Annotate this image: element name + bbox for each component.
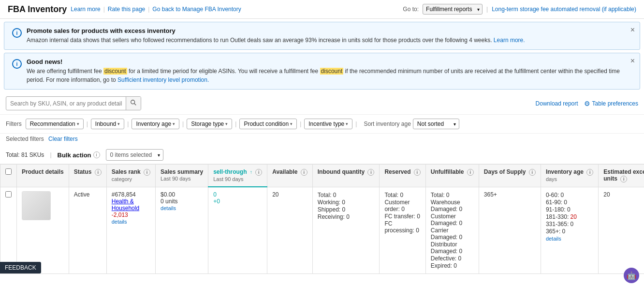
learn-more-link[interactable]: Learn more [71,6,100,13]
svg-point-0 [131,100,135,104]
inventory-table: Product details Status i Sales rank i ca… [0,164,644,274]
search-wrapper [6,96,141,110]
search-input[interactable] [6,98,126,109]
feedback-tab[interactable]: FEEDBACK [0,262,41,273]
sales-units: 0 units [161,198,203,205]
available-info-icon[interactable]: i [301,169,307,176]
feedback-label: FEEDBACK [5,264,36,271]
inbound-info-icon[interactable]: i [367,169,374,176]
filter-storage-type[interactable]: Storage type ▾ [187,119,232,129]
sales-rank-change: -2,013 [112,212,150,218]
chevron-down-icon: ▾ [346,121,348,126]
goto-select[interactable]: Fulfillment reports [423,4,483,15]
select-all-checkbox[interactable] [5,168,12,175]
alert-2-close-button[interactable]: × [630,57,635,65]
download-report-link[interactable]: Download report [536,100,578,107]
items-select-wrapper: 0 items selected [106,149,163,161]
sell-through-info-icon[interactable]: i [255,169,262,176]
age-0-60: 0-60: 0 [546,192,593,198]
th-product-details: Product details [17,165,69,187]
sort-arrow-icon: ↑ [250,169,252,175]
top-bar-links: Learn more | Rate this page | Go back to… [71,6,241,13]
filter-inbound[interactable]: Inbound ▾ [91,119,124,129]
reserved-cell: Total: 0 Customer order: 0 FC transfer: … [380,187,425,273]
bulk-action-info-icon[interactable]: i [93,152,100,158]
estimated-excess-value: 20 [603,191,610,198]
app-title: FBA Inventory [8,4,67,15]
alert-1-content: Promote sales for products with excess i… [27,27,525,45]
sales-rank-details-link[interactable]: details [112,219,127,225]
sell-through-change: +0 [213,198,262,205]
unfulfillable-info-icon[interactable]: i [467,169,474,176]
filter-recommendation-label: Recommendation [30,121,75,127]
search-bar-row: Download report ⚙ Table preferences [0,92,644,115]
days-supply-info-icon[interactable]: i [529,169,536,176]
svg-line-1 [134,104,136,106]
go-back-link[interactable]: Go back to Manage FBA Inventory [152,6,241,13]
row-checkbox-cell [0,187,17,273]
filter-incentive-type-label: Incentive type [308,121,344,127]
clear-filters-link[interactable]: Clear filters [48,136,78,142]
alert-1-close-button[interactable]: × [630,26,635,34]
alert-2-text: We are offering fulfillment fee discount… [27,67,632,84]
sort-inventory-age-label: Sort inventory age [364,121,410,127]
chevron-down-icon: ▾ [173,121,175,126]
filter-inventory-age[interactable]: Inventory age ▾ [132,119,179,129]
th-unfulfillable: Unfulfillable i [425,165,479,187]
status-info-icon[interactable]: i [95,169,102,176]
th-checkbox [0,165,17,187]
alert-1-title: Promote sales for products with excess i… [27,27,525,34]
alert-1-text: Amazon internal data shows that sellers … [27,36,525,45]
th-inbound-quantity: Inbound quantity i [312,165,380,187]
sales-rank-number: #678,854 [112,191,150,198]
rate-page-link[interactable]: Rate this page [108,6,145,13]
longterm-storage-link[interactable]: Long-term storage fee automated removal … [492,6,636,13]
gear-icon: ⚙ [584,100,590,107]
search-bar-right: Download report ⚙ Table preferences [536,100,638,107]
alert-2-title: Good news! [27,58,632,65]
filter-recommendation[interactable]: Recommendation ▾ [26,119,84,129]
chevron-down-icon: ▾ [77,121,79,126]
alert-2-link[interactable]: Sufficient inventory level promotion. [117,76,209,83]
top-bar-right: Go to: Fulfillment reports | Long-term s… [403,4,636,15]
unfulfillable-customer-damaged: Customer Damaged: 0 [431,213,474,227]
filter-inventory-age-label: Inventory age [136,121,171,127]
sales-amount: $0.00 [161,191,203,198]
sales-summary-details-link[interactable]: details [161,205,176,211]
search-button[interactable] [126,97,141,110]
sales-rank-category: Health & Household [112,198,150,212]
sales-rank-info-icon[interactable]: i [144,169,150,176]
days-of-supply-value: 365+ [484,191,497,198]
reserved-info-icon[interactable]: i [414,169,421,176]
estimated-excess-info-icon[interactable]: i [620,176,627,182]
th-sell-through: sell-through ↑ i Last 90 days [208,165,267,187]
table-row: Active #678,854 Health & Household -2,01… [0,187,644,273]
reserved-fc-processing: FC processing: 0 [384,220,420,234]
filter-incentive-type[interactable]: Incentive type ▾ [304,119,352,129]
sort-inventory-age-select[interactable]: Not sorted Ascending Descending [413,119,459,129]
alert-banner-1: i Promote sales for products with excess… [4,22,640,50]
unfulfillable-cell: Total: 0 Warehouse Damaged: 0 Customer D… [425,187,479,273]
sales-rank-cell: #678,854 Health & Household -2,013 detai… [106,187,155,273]
filters-label: Filters [6,121,22,127]
available-cell: 20 [267,187,313,273]
sales-rank-category-link[interactable]: Health & Household [112,198,139,212]
bulk-action-wrapper: Bulk action i [58,152,100,159]
filter-product-condition[interactable]: Product condition ▾ [239,119,297,129]
product-details-cell [17,187,69,273]
chevron-down-icon: ▾ [290,121,293,126]
inventory-age-cell: 0-60: 0 61-90: 0 91-180: 0 181-330: 20 3… [541,187,598,273]
inventory-age-details-link[interactable]: details [546,236,561,242]
table-preferences-button[interactable]: ⚙ Table preferences [584,100,638,107]
table-toolbar: Total: 81 SKUs | Bulk action i 0 items s… [0,146,644,164]
sort-select-wrapper: Not sorted Ascending Descending [413,119,459,129]
row-checkbox[interactable] [5,191,12,197]
alert-1-link[interactable]: Learn more. [494,37,525,44]
status-cell: Active [69,187,106,273]
items-selected-select[interactable]: 0 items selected [106,149,163,161]
selected-filters-row: Selected filters Clear filters [0,134,644,146]
product-image [22,191,51,220]
inbound-quantity-cell: Total: 0 Working: 0 Shipped: 0 Receiving… [312,187,380,273]
sell-through-value: 0 [213,191,262,198]
inventory-age-info-icon[interactable]: i [586,169,593,176]
